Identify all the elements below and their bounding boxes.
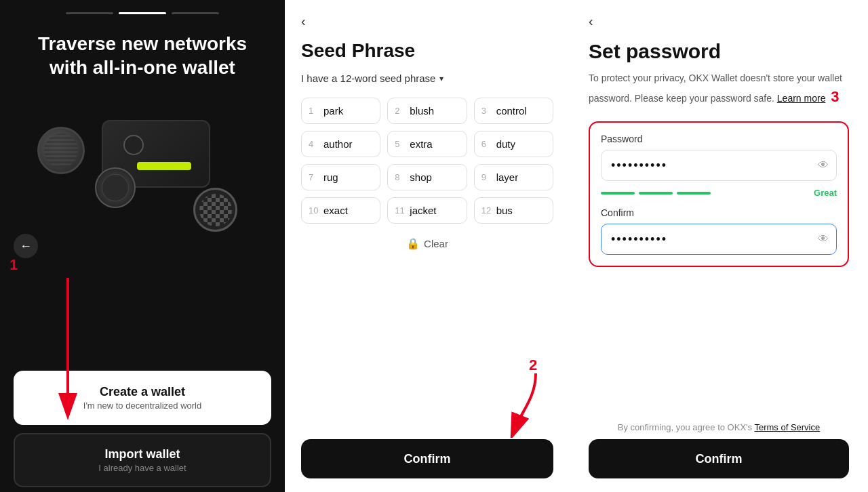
strength-seg-1 bbox=[601, 192, 635, 194]
annotation-3: 3 bbox=[831, 85, 839, 108]
back-chevron-middle[interactable]: ‹ bbox=[301, 14, 553, 29]
checkered-pattern bbox=[199, 194, 232, 226]
arrow-2: 2 bbox=[488, 356, 556, 438]
coin-decoration-left bbox=[37, 127, 85, 174]
password-label: Password bbox=[601, 134, 837, 144]
coin-checkered bbox=[193, 188, 237, 232]
confirm-button-right[interactable]: Confirm bbox=[589, 439, 849, 478]
arm-joint bbox=[123, 135, 144, 155]
password-description: To protect your privacy, OKX Wallet does… bbox=[589, 71, 849, 108]
hero-title: Traverse new networks with all-in-one wa… bbox=[0, 32, 285, 79]
seed-word: control bbox=[496, 105, 527, 117]
seed-number: 1 bbox=[309, 106, 319, 116]
svg-text:2: 2 bbox=[529, 356, 537, 373]
learn-more-link[interactable]: Learn more bbox=[777, 93, 826, 104]
seed-word: park bbox=[323, 105, 343, 117]
strength-seg-3 bbox=[677, 192, 711, 194]
middle-panel: ‹ Seed Phrase I have a 12-word seed phra… bbox=[285, 0, 570, 492]
seed-cell[interactable]: 3 control bbox=[474, 98, 553, 124]
seed-cell[interactable]: 2 blush bbox=[387, 98, 467, 124]
seed-word: extra bbox=[410, 138, 432, 150]
strength-bar: Great bbox=[601, 188, 837, 198]
back-button[interactable]: ← bbox=[14, 234, 38, 258]
create-wallet-subtitle: I'm new to decentralized world bbox=[83, 401, 201, 411]
hero-illustration bbox=[34, 86, 251, 235]
lock-icon: 🔒 bbox=[406, 237, 420, 250]
import-wallet-subtitle: I already have a wallet bbox=[98, 463, 186, 473]
seed-word: rug bbox=[323, 171, 338, 183]
seed-number: 7 bbox=[309, 172, 319, 182]
back-chevron-right[interactable]: ‹ bbox=[589, 14, 849, 29]
strength-label: Great bbox=[814, 188, 837, 198]
seed-cell[interactable]: 11 jacket bbox=[387, 197, 467, 224]
seed-number: 3 bbox=[481, 106, 492, 116]
confirm-button-middle[interactable]: Confirm bbox=[301, 439, 553, 478]
seed-number: 9 bbox=[481, 172, 492, 182]
seed-number: 5 bbox=[395, 139, 406, 149]
seed-number: 12 bbox=[481, 205, 492, 216]
import-wallet-button[interactable]: Import wallet I already have a wallet bbox=[14, 433, 271, 487]
seed-cell[interactable]: 6 duty bbox=[474, 131, 553, 157]
terms-text: By confirming, you agree to OKX's Terms … bbox=[589, 422, 849, 432]
annotation-1: 1 bbox=[9, 256, 18, 274]
eye-icon-password[interactable]: 👁 bbox=[818, 159, 829, 171]
clear-button[interactable]: 🔒 Clear bbox=[301, 237, 553, 250]
right-panel: ‹ Set password To protect your privacy, … bbox=[570, 0, 868, 492]
seed-number: 11 bbox=[395, 205, 406, 216]
phrase-selector-text: I have a 12-word seed phrase bbox=[301, 73, 435, 84]
seed-word: bus bbox=[496, 205, 513, 216]
seed-word: shop bbox=[410, 171, 432, 183]
password-section: Password 👁 Great Confirm 👁 bbox=[589, 121, 849, 267]
seed-number: 8 bbox=[395, 172, 406, 182]
clear-label: Clear bbox=[424, 238, 448, 249]
seed-cell[interactable]: 9 layer bbox=[474, 164, 553, 190]
create-wallet-button[interactable]: Create a wallet I'm new to decentralized… bbox=[14, 371, 271, 425]
progress-bar bbox=[66, 12, 219, 14]
create-wallet-title: Create a wallet bbox=[100, 385, 185, 399]
seed-word: author bbox=[323, 138, 353, 150]
confirm-field-label: Confirm bbox=[601, 207, 837, 218]
arm-circle bbox=[95, 167, 136, 208]
set-password-title: Set password bbox=[589, 40, 849, 63]
strength-seg-2 bbox=[639, 192, 673, 194]
seed-cell[interactable]: 10 exact bbox=[301, 197, 380, 224]
seed-number: 6 bbox=[481, 139, 492, 149]
password-input[interactable] bbox=[601, 150, 837, 181]
chevron-down-icon: ▾ bbox=[439, 74, 443, 83]
seed-cell[interactable]: 12 bus bbox=[474, 197, 553, 224]
seed-cell[interactable]: 7 rug bbox=[301, 164, 380, 190]
seed-cell[interactable]: 1 park bbox=[301, 98, 380, 124]
progress-seg-1 bbox=[66, 12, 113, 14]
seed-cell[interactable]: 5 extra bbox=[387, 131, 467, 157]
arm-accent bbox=[137, 162, 191, 170]
left-panel: Traverse new networks with all-in-one wa… bbox=[0, 0, 285, 492]
seed-phrase-title: Seed Phrase bbox=[301, 40, 553, 62]
confirm-input[interactable] bbox=[601, 224, 837, 255]
seed-word: blush bbox=[410, 105, 434, 117]
confirm-input-wrapper: 👁 bbox=[601, 224, 837, 255]
password-input-wrapper: 👁 bbox=[601, 150, 837, 181]
seed-grid: 1 park 2 blush 3 control 4 author 5 extr… bbox=[301, 98, 553, 224]
seed-number: 10 bbox=[309, 205, 319, 216]
seed-cell[interactable]: 8 shop bbox=[387, 164, 467, 190]
seed-word: exact bbox=[323, 205, 348, 216]
eye-icon-confirm[interactable]: 👁 bbox=[818, 233, 829, 245]
phrase-selector[interactable]: I have a 12-word seed phrase ▾ bbox=[301, 73, 553, 84]
seed-word: layer bbox=[496, 171, 519, 183]
seed-number: 4 bbox=[309, 139, 319, 149]
import-wallet-title: Import wallet bbox=[104, 447, 180, 462]
seed-cell[interactable]: 4 author bbox=[301, 131, 380, 157]
seed-number: 2 bbox=[395, 106, 406, 116]
progress-seg-2 bbox=[119, 12, 166, 14]
progress-seg-3 bbox=[172, 12, 219, 14]
terms-link[interactable]: Terms of Service bbox=[754, 422, 820, 432]
seed-word: duty bbox=[496, 138, 515, 150]
seed-word: jacket bbox=[410, 205, 436, 216]
